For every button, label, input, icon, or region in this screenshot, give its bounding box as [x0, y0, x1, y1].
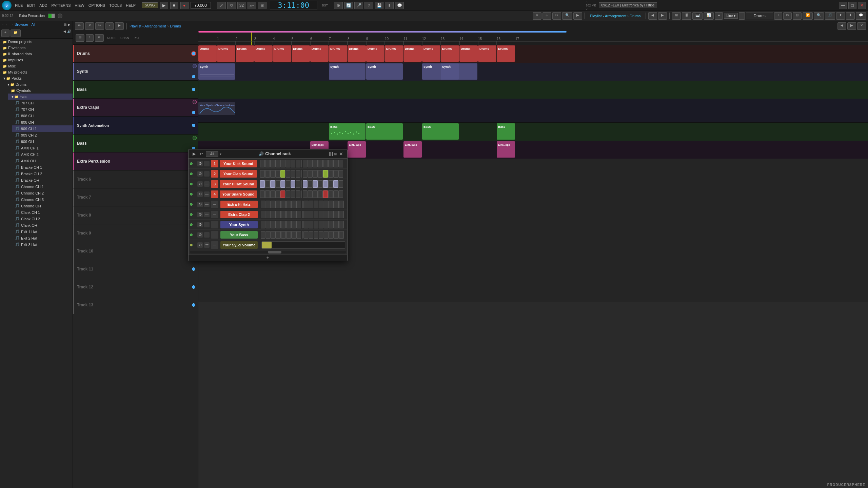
cr-snare-pad-11[interactable] — [313, 190, 318, 198]
menu-add[interactable]: ADD — [39, 3, 47, 7]
cr-kick-pad-10[interactable] — [308, 160, 313, 167]
cr-clap-pad-1[interactable] — [260, 170, 265, 178]
sidebar-item-ekit3[interactable]: 🎵Ekit 3 Hat — [12, 241, 73, 248]
cr-kick-pad-12[interactable] — [318, 160, 323, 167]
cr-exclap-pad-11[interactable] — [314, 211, 318, 218]
cr-scrollbar-thumb[interactable] — [268, 251, 281, 253]
track-synth-auto-dot[interactable] — [192, 124, 195, 127]
tool6-icon[interactable]: ⬇ — [385, 2, 394, 9]
track-12[interactable]: Track 12 — [73, 278, 198, 296]
cr-synth-knob1[interactable]: ⊙ — [197, 222, 203, 227]
track-13[interactable]: Track 13 — [73, 296, 198, 314]
sidebar-item-hats[interactable]: ▼📁Hats — [8, 94, 73, 100]
line-mode-select[interactable]: Line ▾ — [724, 13, 738, 19]
cr-synth-pad-12[interactable] — [319, 221, 323, 228]
cr-add-channel-btn[interactable]: + — [266, 255, 269, 261]
track-9[interactable]: Track 9 — [73, 224, 198, 242]
bpm-display[interactable]: 70.000 — [191, 2, 211, 9]
sidebar-item-707oh[interactable]: 🎵707 OH — [12, 106, 73, 113]
cr-snare-pad-16[interactable] — [338, 190, 343, 198]
cr-exhi-pad-7[interactable] — [291, 201, 296, 208]
cr-exhi-pad-12[interactable] — [319, 201, 323, 208]
cr-exhi-pad-6[interactable] — [286, 201, 291, 208]
cr-kick-pad-14[interactable] — [328, 160, 333, 167]
cr-bass-pad-1[interactable] — [261, 231, 265, 239]
cr-clap-pad-13[interactable] — [323, 170, 328, 178]
cr-bass-pad-13[interactable] — [324, 231, 329, 239]
cr-bass-pad-9[interactable] — [303, 231, 308, 239]
cr-exclap-pad-15[interactable] — [334, 211, 339, 218]
cr-exhi-dot[interactable] — [190, 203, 193, 206]
cr-exclap-minus[interactable]: — — [204, 212, 210, 217]
cr-filter-arrow[interactable]: ▾ — [220, 152, 221, 156]
cr-kick-pad-6[interactable] — [285, 160, 290, 167]
cr-clap-pad-2[interactable] — [265, 170, 270, 178]
sidebar-item-brackech2[interactable]: 🎵Bracke CH 2 — [12, 170, 73, 177]
sidebar-item-drums[interactable]: ▼📁Drums — [4, 81, 73, 87]
track-7[interactable]: Track 7 — [73, 188, 198, 206]
cr-synth-pad-4[interactable] — [276, 221, 281, 228]
cr-exhi-pad-13[interactable] — [324, 201, 329, 208]
sidebar-item-impulses[interactable]: 📁Impulses — [0, 57, 73, 63]
cr-kick-pad-8[interactable] — [296, 160, 300, 167]
cr-exclap-pad-14[interactable] — [329, 211, 334, 218]
cr-volume-pencil[interactable]: ✏ — [204, 242, 210, 248]
cr-exhi-pad-4[interactable] — [276, 201, 281, 208]
cr-hihat-pad-8[interactable] — [296, 180, 300, 188]
cr-bass-dot[interactable] — [190, 233, 193, 236]
cr-clap-dot[interactable] — [190, 172, 193, 175]
sidebar-item-packs[interactable]: ▼📁Packs — [0, 75, 73, 81]
view-btn4[interactable]: 🔍 — [814, 12, 824, 20]
loop-icon[interactable]: ↻ — [227, 2, 236, 9]
track-synth-dot[interactable] — [192, 75, 195, 78]
sidebar-nav-back[interactable]: ← — [5, 23, 8, 26]
volume-slider[interactable] — [48, 14, 55, 18]
cr-exclap-pad-16[interactable] — [339, 211, 344, 218]
track-10[interactable]: Track 10 — [73, 242, 198, 260]
cr-kick-pad-4[interactable] — [275, 160, 280, 167]
cr-clap-knob1[interactable]: ⊙ — [197, 171, 203, 177]
record-button[interactable]: ● — [180, 2, 189, 9]
cr-snare-name[interactable]: Your Snare Sound — [220, 190, 257, 198]
cr-clap-pad-5[interactable] — [280, 170, 285, 178]
cr-play-btn[interactable]: ▶ — [191, 151, 197, 157]
cr-clap-pad-11[interactable] — [313, 170, 318, 178]
timeline-progress[interactable] — [198, 31, 567, 33]
menu-options[interactable]: OPTIONS — [88, 3, 105, 7]
cr-snare-pad-2[interactable] — [265, 190, 270, 198]
play-tool[interactable]: ▶ — [573, 12, 582, 20]
sidebar-more[interactable]: ▶ — [68, 23, 71, 26]
playlist-play[interactable]: ▶ — [115, 22, 124, 30]
track-6[interactable]: Track 6 — [73, 170, 198, 188]
cr-hihat-pad-11[interactable] — [313, 180, 318, 188]
cr-snare-pad-8[interactable] — [296, 190, 300, 198]
cr-kick-pad-9[interactable] — [303, 160, 308, 167]
zoom-tool[interactable]: 🔍 — [562, 12, 572, 20]
cr-bass-pad-11[interactable] — [314, 231, 318, 239]
menu-help[interactable]: HELP — [126, 3, 136, 7]
cr-snare-dot[interactable] — [190, 193, 193, 196]
sidebar-item-il[interactable]: 📁IL shared data — [0, 51, 73, 57]
pattern-btn[interactable] — [739, 12, 745, 20]
cr-exclap-pad-6[interactable] — [286, 211, 291, 218]
sidebar-item-707ch[interactable]: 🎵707 CH — [12, 100, 73, 106]
cr-hihat-pad-7[interactable] — [291, 180, 295, 188]
cr-exhi-pad-1[interactable] — [261, 201, 265, 208]
cr-snare-pad-6[interactable] — [285, 190, 290, 198]
cr-hihat-minus[interactable]: — — [204, 181, 210, 187]
sidebar-item-myprojects[interactable]: 📁My projects — [0, 69, 73, 75]
cr-synth-pad-16[interactable] — [339, 221, 344, 228]
mixer-btn[interactable]: 🎛 — [682, 12, 691, 20]
view-btn3[interactable]: 🔽 — [803, 12, 813, 20]
sidebar-expand[interactable]: ⊞ — [64, 23, 66, 26]
cr-close-btn[interactable]: ✕ — [338, 151, 344, 157]
cr-synth-pad-1[interactable] — [261, 221, 265, 228]
sidebar-item-envelopes[interactable]: 📁Envelopes — [0, 45, 73, 51]
cr-synth-pad-10[interactable] — [309, 221, 313, 228]
cr-exclap-name[interactable]: Extra Clap 2 — [220, 211, 258, 218]
cr-synth-pad-2[interactable] — [266, 221, 271, 228]
cr-snare-pad-4[interactable] — [275, 190, 280, 198]
cr-clap-pad-16[interactable] — [338, 170, 343, 178]
cr-clap-minus[interactable]: — — [204, 171, 210, 177]
cr-bass-name[interactable]: Your Bass — [220, 231, 258, 239]
